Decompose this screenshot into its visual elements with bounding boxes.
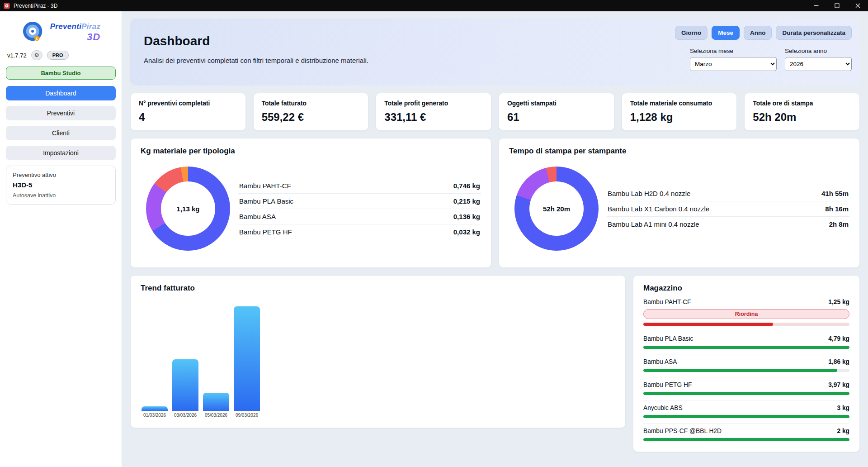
year-select-group: Seleziona anno 2026 <box>785 46 852 71</box>
stat-label: Totale profit generato <box>384 100 483 107</box>
inventory-row: Bambu PAHT-CF1,25 kgRiordina <box>643 295 849 331</box>
active-quote-label: Preventivo attivo <box>13 172 109 178</box>
inventory-row: Bambu PPS-CF @BBL H2D2 kg <box>643 424 849 446</box>
legend-row: Bambu Lab A1 mini 0.4 nozzle2h 8m <box>607 217 849 232</box>
minimize-icon[interactable] <box>806 0 826 11</box>
legend-label: Bambu ASA <box>239 213 276 220</box>
inventory-progress-fill <box>643 415 849 418</box>
legend-row: Bambu PAHT-CF0,746 kg <box>238 178 481 194</box>
version-label: v1.7.72 <box>7 52 27 59</box>
legend-value: 0,136 kg <box>453 213 480 220</box>
inventory-title: Magazzino <box>643 284 849 293</box>
bambu-studio-button[interactable]: Bambu Studio <box>6 67 116 80</box>
window-controls <box>806 0 868 11</box>
inventory-row-header: Bambu ASA1,86 kg <box>643 358 849 365</box>
month-select-group: Seleziona mese Marzo <box>690 46 777 71</box>
inventory-row: Bambu ASA1,86 kg <box>643 354 849 377</box>
material-quantity: 3 kg <box>837 405 849 411</box>
legend-label: Bambu Lab A1 mini 0.4 nozzle <box>608 220 699 228</box>
printer-time-chart-card: Tempo di stampa per stampante 52h 20m Ba… <box>499 138 860 268</box>
bar[interactable] <box>142 406 168 411</box>
range-button-anno[interactable]: Anno <box>744 26 772 40</box>
inventory-progress-fill <box>643 438 849 441</box>
sidebar-nav: DashboardPreventiviClientiImpostazioni <box>0 82 122 160</box>
material-chart-card: Kg materiale per tipologia 1,13 kg Bambu… <box>130 138 491 268</box>
stat-label: Totale materiale consumato <box>630 100 729 107</box>
printer-time-donut-center-label: 52h 20m <box>529 181 584 236</box>
bar[interactable] <box>203 393 229 411</box>
active-quote-name: H3D-5 <box>13 181 109 189</box>
stat-value: 1,128 kg <box>630 111 729 124</box>
bar[interactable] <box>172 359 198 411</box>
inventory-row: Bambu PETG HF3,97 kg <box>643 377 849 400</box>
inventory-progress <box>643 438 849 441</box>
year-select-label: Seleziona anno <box>785 48 852 54</box>
material-quantity: 1,86 kg <box>828 358 849 365</box>
svg-text:€: € <box>36 37 38 41</box>
active-quote-panel: Preventivo attivo H3D-5 Autosave inattiv… <box>6 166 116 205</box>
version-row: v1.7.72 ⚙ PRO <box>0 49 122 60</box>
inventory-progress-fill <box>643 392 849 395</box>
main-content: Dashboard Analisi dei preventivi complet… <box>122 11 868 467</box>
material-name: Bambu PPS-CF @BBL H2D <box>643 428 722 434</box>
printer-time-donut-chart[interactable]: 52h 20m <box>514 167 599 251</box>
gear-icon[interactable]: ⚙ <box>31 50 42 60</box>
material-name: Bambu PETG HF <box>643 381 692 388</box>
autosave-status: Autosave inattivo <box>13 192 109 199</box>
close-icon[interactable] <box>847 0 868 11</box>
stat-label: Oggetti stampati <box>507 100 606 107</box>
bar-column: 01/03/2026 <box>142 299 168 418</box>
legend-row: Bambu PLA Basic0,215 kg <box>238 194 481 209</box>
maximize-icon[interactable] <box>826 0 847 11</box>
month-select[interactable]: Marzo <box>690 57 777 71</box>
stat-card: Totale fatturato559,22 € <box>253 93 369 131</box>
year-select[interactable]: 2026 <box>785 57 852 71</box>
trend-bars: 01/03/202603/03/202605/03/202609/03/2026 <box>141 299 615 418</box>
legend-row: Bambu ASA0,136 kg <box>238 209 481 224</box>
stat-card: N° preventivi completati4 <box>130 93 246 131</box>
inventory-row-header: Anycubic ABS3 kg <box>643 405 849 411</box>
legend-label: Bambu PETG HF <box>239 228 292 236</box>
stat-label: Totale ore di stampa <box>753 100 851 107</box>
inventory-progress-fill <box>643 323 773 326</box>
legend-row: Bambu Lab H2D 0.4 nozzle41h 55m <box>607 186 849 201</box>
legend-value: 2h 8m <box>829 220 849 228</box>
material-quantity: 1,25 kg <box>828 299 849 305</box>
material-quantity: 2 kg <box>837 428 849 434</box>
inventory-row: Bambu PLA Basic4,79 kg <box>643 331 849 354</box>
material-name: Anycubic ABS <box>643 405 683 411</box>
legend-value: 0,032 kg <box>453 228 480 236</box>
legend-row: Bambu PETG HF0,032 kg <box>238 224 481 239</box>
material-quantity: 4,79 kg <box>828 335 849 342</box>
dashboard-header: Dashboard Analisi dei preventivi complet… <box>130 19 860 86</box>
bar-label: 05/03/2026 <box>205 413 227 418</box>
logo-3d: 3D <box>50 31 101 43</box>
bar-label: 09/03/2026 <box>236 413 258 418</box>
sidebar-item-dashboard[interactable]: Dashboard <box>6 86 116 100</box>
stat-card: Totale materiale consumato1,128 kg <box>622 93 737 131</box>
inventory-row-header: Bambu PAHT-CF1,25 kg <box>643 299 849 305</box>
app-logo: € PreventiPiraz 3D <box>0 18 122 49</box>
trend-chart-card: Trend fatturato 01/03/202603/03/202605/0… <box>130 275 626 428</box>
sidebar-item-impostazioni[interactable]: Impostazioni <box>6 146 116 160</box>
legend-row: Bambu Lab X1 Carbon 0.4 nozzle8h 16m <box>607 201 849 217</box>
range-button-mese[interactable]: Mese <box>712 26 740 40</box>
material-legend: Bambu PAHT-CF0,746 kgBambu PLA Basic0,21… <box>238 178 481 239</box>
inventory-row: Anycubic ABS3 kg <box>643 400 849 424</box>
stat-label: N° preventivi completati <box>139 100 237 107</box>
reorder-button[interactable]: Riordina <box>643 309 849 319</box>
legend-value: 0,215 kg <box>453 197 480 205</box>
inventory-row-header: Bambu PETG HF3,97 kg <box>643 381 849 388</box>
range-button-durata-personalizzata[interactable]: Durata personalizzata <box>776 26 852 40</box>
bar[interactable] <box>234 306 260 411</box>
material-name: Bambu ASA <box>643 358 677 365</box>
inventory-list: Bambu PAHT-CF1,25 kgRiordinaBambu PLA Ba… <box>643 295 849 446</box>
bar-column: 05/03/2026 <box>203 299 229 418</box>
material-donut-chart[interactable]: 1,13 kg <box>146 167 230 251</box>
inventory-progress-fill <box>643 369 837 372</box>
legend-value: 8h 16m <box>825 205 849 213</box>
range-button-giorno[interactable]: Giorno <box>675 26 708 40</box>
sidebar-item-clienti[interactable]: Clienti <box>6 126 116 140</box>
sidebar-item-preventivi[interactable]: Preventivi <box>6 106 116 120</box>
app-icon <box>4 2 10 9</box>
